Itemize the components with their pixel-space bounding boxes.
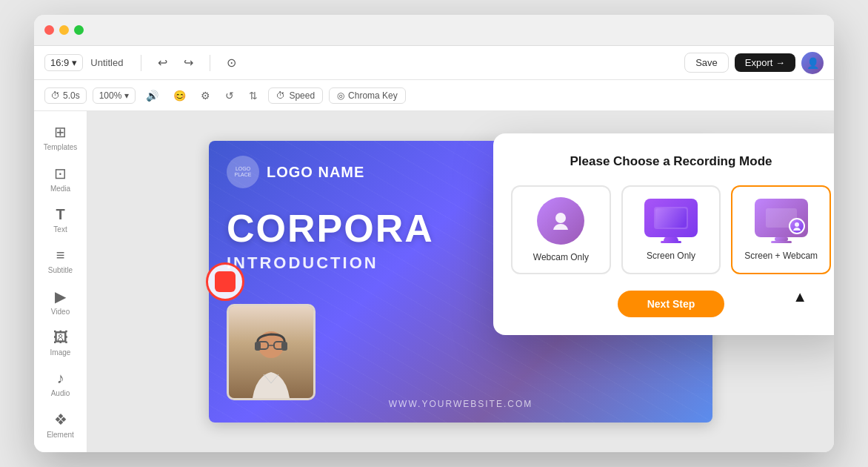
media-icon: ⊡ [54,165,67,182]
sidebar-item-effect[interactable]: ✦ Effect [39,446,82,452]
modal-title: Please Choose a Recording Mode [511,154,831,169]
volume-icon[interactable]: 🔊 [141,87,163,104]
video-icon: ▶ [55,288,66,305]
time-display: ⏱ 5.0s [44,87,87,104]
sidebar-label-element: Element [47,431,74,439]
next-step-button[interactable]: Next Step [618,291,725,317]
webcam-icon [537,197,584,245]
sidebar-item-image[interactable]: 🖼 Image [39,323,82,362]
mouse-cursor: ▲ [792,288,807,305]
flip-icon[interactable]: ⇅ [244,87,262,104]
zoom-selector[interactable]: 100% ▾ [93,87,136,104]
speed-label: Speed [289,90,315,101]
screen-label: Screen Only [647,251,695,261]
close-button[interactable] [44,25,54,35]
text-icon: T [56,206,64,223]
svg-point-6 [555,213,566,223]
face-icon[interactable]: 😊 [169,87,190,104]
sidebar: ⊞ Templates ⊡ Media T Text ≡ Subtitle ▶ … [34,111,87,452]
sidebar-label-media: Media [50,185,70,193]
sidebar-item-element[interactable]: ❖ Element [39,405,82,445]
sidebar-item-templates[interactable]: ⊞ Templates [39,117,82,157]
combined-webcam-mini-icon [789,218,805,234]
sidebar-label-image: Image [50,348,71,357]
image-icon: 🖼 [53,329,68,346]
chevron-down-icon: ▾ [124,90,129,101]
app-window: 16:9 ▾ Untitled ↩ ↪ ⊙ Save Export → 👤 ⏱ … [34,15,834,452]
avatar-icon: 👤 [807,57,819,69]
undo-button[interactable]: ↩ [153,53,172,73]
sidebar-label-text: Text [53,225,67,234]
maximize-button[interactable] [74,25,84,35]
camera-button[interactable]: ⊙ [222,53,241,73]
audio-icon: ♪ [57,370,64,387]
toolbar-right: Save Export → 👤 [684,52,824,74]
toolbar-divider [141,55,141,71]
sidebar-label-subtitle: Subtitle [48,266,73,274]
record-button-overlay[interactable] [206,262,244,301]
svg-point-10 [795,222,799,227]
reset-icon[interactable]: ↺ [221,87,238,104]
modal-content: Please Choose a Recording Mode Webcam On… [493,133,834,335]
project-title[interactable]: Untitled [90,57,123,68]
sidebar-label-templates: Templates [44,143,78,151]
avatar: 👤 [801,52,824,74]
sidebar-item-subtitle[interactable]: ≡ Subtitle [39,241,82,280]
speed-icon: ⏱ [276,90,285,101]
title-bar [34,15,834,46]
mode-card-webcam[interactable]: Webcam Only [511,185,611,274]
time-value: 5.0s [63,90,80,101]
save-button[interactable]: Save [684,53,729,73]
chroma-key-button[interactable]: ◎ Chroma Key [329,87,406,104]
speed-button[interactable]: ⏱ Speed [268,87,323,104]
combined-label: Screen + Webcam [744,251,818,261]
settings-icon[interactable]: ⚙ [196,87,215,104]
traffic-lights [44,25,84,35]
zoom-value: 100% [99,90,122,101]
main-toolbar: 16:9 ▾ Untitled ↩ ↪ ⊙ Save Export → 👤 [34,46,834,80]
chevron-down-icon: ▾ [72,57,77,68]
sidebar-item-text[interactable]: T Text [39,200,82,239]
sidebar-label-video: Video [51,308,70,316]
sidebar-item-video[interactable]: ▶ Video [39,282,82,322]
chroma-label: Chroma Key [348,90,398,101]
toolbar-divider-2 [210,55,210,71]
sidebar-item-media[interactable]: ⊡ Media [39,159,82,199]
mode-options: Webcam Only [511,185,831,274]
sidebar-label-audio: Audio [51,389,70,397]
mode-card-screen[interactable]: Screen Only [621,185,721,274]
sidebar-item-audio[interactable]: ♪ Audio [39,364,82,403]
recording-mode-modal: Please Choose a Recording Mode Webcam On… [493,133,834,335]
templates-icon: ⊞ [54,123,67,141]
mode-card-combined[interactable]: Screen + Webcam [731,185,831,274]
record-button-ring [206,262,244,301]
sub-toolbar: ⏱ 5.0s 100% ▾ 🔊 😊 ⚙ ↺ ⇅ ⏱ Speed ◎ Chroma… [34,80,834,111]
ratio-label: 16:9 [50,57,69,68]
export-button[interactable]: Export → [735,53,795,72]
logo-placeholder: LOGO PLACE [227,156,259,188]
chroma-icon: ◎ [337,90,344,101]
main-content: ⊞ Templates ⊡ Media T Text ≡ Subtitle ▶ … [34,111,834,452]
webcam-label: Webcam Only [533,252,589,262]
svg-rect-8 [655,208,687,228]
minimize-button[interactable] [59,25,69,35]
ratio-selector[interactable]: 16:9 ▾ [44,54,83,71]
logo-placeholder-text: LOGO PLACE [235,166,252,179]
timer-icon: ⏱ [51,90,60,101]
canvas-area: LOGO PLACE LOGO NAME CORPORA INTRODUCTIO… [87,111,834,452]
element-icon: ❖ [54,411,67,428]
logo-name: LOGO NAME [267,164,364,181]
subtitle-icon: ≡ [56,247,65,264]
record-button-inner [215,271,236,292]
redo-button[interactable]: ↪ [179,53,198,73]
screen-icon [644,199,698,237]
